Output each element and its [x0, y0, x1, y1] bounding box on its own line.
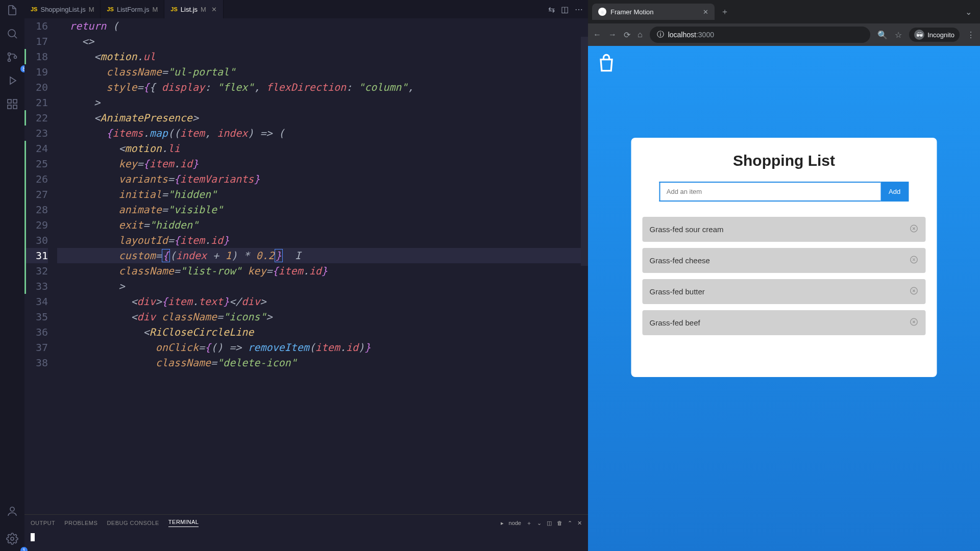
- new-terminal-icon[interactable]: ＋: [526, 519, 532, 527]
- panel-tabbar: OUTPUTPROBLEMSDEBUG CONSOLETERMINAL ▸ no…: [24, 515, 588, 531]
- list-item: Grass-fed butter: [642, 279, 925, 304]
- item-text: Grass-fed beef: [649, 318, 700, 327]
- terminal-picker-icon[interactable]: ▸: [501, 520, 504, 527]
- settings-icon-wrap[interactable]: 1: [6, 533, 18, 547]
- js-file-icon: JS: [170, 6, 177, 12]
- panel-actions: ▸ node ＋ ⌄ ◫ 🗑 ⌃ ✕: [501, 519, 582, 527]
- debug-icon[interactable]: [6, 74, 18, 89]
- svg-point-9: [11, 537, 14, 540]
- browser-tab[interactable]: ◉ Framer Motion ✕: [592, 4, 715, 20]
- code-editor[interactable]: 1617181920212223242526272829303132333435…: [24, 18, 588, 514]
- compare-icon[interactable]: ⇆: [548, 5, 555, 14]
- forward-icon[interactable]: →: [608, 30, 617, 39]
- incognito-badge[interactable]: 🕶 Incognito: [909, 28, 960, 42]
- item-input[interactable]: [659, 182, 880, 202]
- more-icon[interactable]: ⋯: [575, 5, 583, 14]
- svg-rect-5: [13, 99, 17, 103]
- item-text: Grass-fed butter: [649, 287, 704, 296]
- tab-filename: List.js: [181, 6, 198, 13]
- close-panel-icon[interactable]: ✕: [577, 520, 582, 527]
- bottom-panel: OUTPUTPROBLEMSDEBUG CONSOLETERMINAL ▸ no…: [24, 514, 588, 551]
- tab-filename: ListForm.js: [117, 6, 150, 13]
- tab-modified-badge: M: [153, 6, 158, 13]
- bookmark-icon[interactable]: ☆: [895, 30, 902, 40]
- tab-modified-badge: M: [201, 6, 206, 13]
- add-item-form: Add: [659, 182, 909, 202]
- delete-item-icon[interactable]: [910, 286, 919, 297]
- page-title: Shopping List: [642, 152, 925, 169]
- gear-icon: [6, 533, 18, 547]
- svg-point-8: [10, 507, 14, 511]
- editor-tab[interactable]: JSListForm.jsM: [101, 0, 164, 18]
- incognito-label: Incognito: [927, 31, 954, 39]
- home-icon[interactable]: ⌂: [638, 30, 643, 39]
- tab-filename: ShoppingList.js: [40, 6, 85, 13]
- delete-item-icon[interactable]: [910, 317, 919, 328]
- editor-tab[interactable]: JSList.jsM✕: [164, 0, 224, 18]
- extensions-icon[interactable]: [6, 98, 18, 112]
- list-item: Grass-fed sour cream: [642, 217, 925, 242]
- chrome-window-menu-icon[interactable]: ⌄: [961, 5, 976, 19]
- list-item: Grass-fed beef: [642, 310, 925, 335]
- vscode-window: 8 1 JSShoppingList.jsMJSListForm.jsMJSLi…: [0, 0, 588, 551]
- close-tab-icon[interactable]: ✕: [703, 8, 708, 16]
- svg-point-1: [8, 53, 11, 56]
- js-file-icon: JS: [31, 6, 37, 12]
- incognito-icon: 🕶: [914, 30, 924, 40]
- panel-tab[interactable]: DEBUG CONSOLE: [107, 520, 159, 526]
- chrome-window: ◉ Framer Motion ✕ ＋ ⌄ ← → ⟳ ⌂ ⓘ localhos…: [588, 0, 980, 551]
- url-host: localhost: [668, 31, 696, 39]
- delete-item-icon[interactable]: [910, 255, 919, 266]
- favicon-icon: ◉: [598, 8, 606, 16]
- list-item: Grass-fed cheese: [642, 248, 925, 273]
- item-list: Grass-fed sour creamGrass-fed cheeseGras…: [642, 217, 925, 335]
- panel-tab[interactable]: PROBLEMS: [64, 520, 97, 526]
- url-port: :3000: [696, 31, 714, 39]
- site-info-icon[interactable]: ⓘ: [657, 30, 664, 39]
- split-terminal-icon[interactable]: ◫: [547, 520, 552, 527]
- search-in-page-icon[interactable]: 🔍: [877, 30, 888, 40]
- panel-tab[interactable]: OUTPUT: [31, 520, 55, 526]
- kill-terminal-icon[interactable]: 🗑: [557, 520, 562, 526]
- chevron-down-icon[interactable]: ⌄: [537, 520, 542, 527]
- page-viewport: Shopping List Add Grass-fed sour creamGr…: [588, 46, 980, 551]
- activity-bar: 8 1: [0, 0, 24, 551]
- item-text: Grass-fed cheese: [649, 256, 709, 265]
- chrome-menu-icon[interactable]: ⋮: [967, 30, 975, 40]
- code-body[interactable]: return ( <> <motion.ul className="ul-por…: [55, 18, 588, 514]
- tab-title: Framer Motion: [610, 8, 654, 16]
- panel-tab[interactable]: TERMINAL: [168, 519, 199, 527]
- svg-point-0: [8, 30, 15, 37]
- svg-rect-6: [8, 105, 11, 109]
- add-button[interactable]: Add: [880, 182, 909, 202]
- svg-rect-4: [8, 99, 11, 103]
- terminal-shell-label: node: [509, 520, 521, 526]
- minimap[interactable]: [581, 37, 588, 478]
- svg-rect-7: [13, 105, 17, 109]
- scm-icon-wrap[interactable]: 8: [6, 51, 18, 65]
- url-bar[interactable]: ⓘ localhost:3000: [650, 27, 871, 43]
- line-gutter: 1617181920212223242526272829303132333435…: [24, 18, 55, 514]
- js-file-icon: JS: [107, 6, 113, 12]
- shopping-list-card: Shopping List Add Grass-fed sour creamGr…: [631, 138, 937, 377]
- files-icon[interactable]: [6, 4, 18, 18]
- editor-tab[interactable]: JSShoppingList.jsM: [24, 0, 101, 18]
- search-icon[interactable]: [6, 28, 18, 42]
- settings-badge: 1: [20, 547, 28, 551]
- delete-item-icon[interactable]: [910, 224, 919, 235]
- shopping-bag-icon: [595, 52, 618, 77]
- editor-tabbar: JSShoppingList.jsMJSListForm.jsMJSList.j…: [24, 0, 588, 18]
- svg-point-3: [14, 56, 17, 59]
- split-icon[interactable]: ◫: [561, 5, 569, 14]
- maximize-panel-icon[interactable]: ⌃: [568, 520, 572, 527]
- reload-icon[interactable]: ⟳: [624, 30, 630, 40]
- close-tab-icon[interactable]: ✕: [211, 6, 217, 13]
- terminal-body[interactable]: [24, 531, 588, 551]
- browser-toolbar: ← → ⟳ ⌂ ⓘ localhost:3000 🔍 ☆ 🕶 Incognito…: [588, 23, 980, 46]
- tabbar-actions: ⇆ ◫ ⋯: [548, 5, 588, 14]
- back-icon[interactable]: ←: [593, 30, 601, 39]
- tab-modified-badge: M: [89, 6, 94, 13]
- new-tab-icon[interactable]: ＋: [718, 4, 732, 20]
- item-text: Grass-fed sour cream: [649, 225, 723, 234]
- account-icon[interactable]: [6, 505, 18, 519]
